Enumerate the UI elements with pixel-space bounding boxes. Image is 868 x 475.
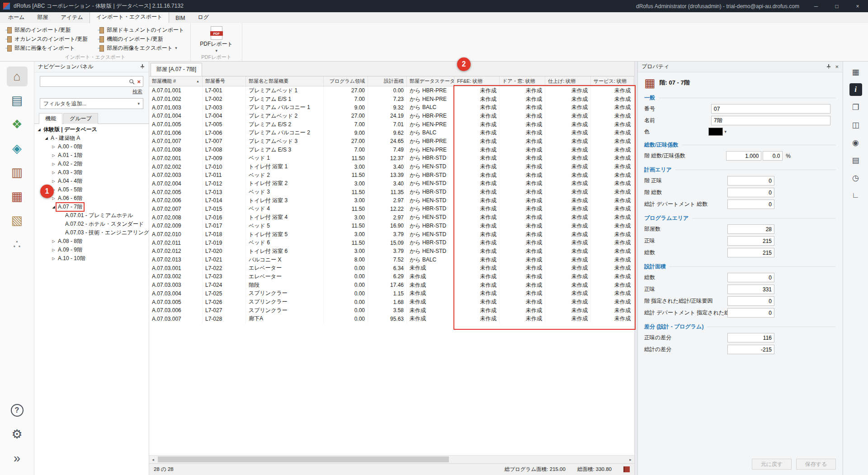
table-row[interactable]: A.07.01.003L7-003プレミアム バルコニー 19.009.32から… (149, 103, 634, 112)
tree-item[interactable]: ▷A.09 - 9階 (34, 246, 149, 254)
property-input[interactable] (727, 296, 774, 306)
nav-tab[interactable]: グループ (63, 113, 98, 124)
property-input[interactable] (727, 248, 774, 257)
close-button[interactable]: × (847, 0, 868, 12)
property-input[interactable] (711, 104, 830, 114)
table-row[interactable]: A.07.02.013L7-021バルコニー X8.007.52から BALC未… (149, 256, 634, 264)
table-panel-icon[interactable]: ▦ (849, 66, 862, 78)
tree-item[interactable]: ▷A.01 - 1階 (34, 151, 149, 160)
history-panel-icon[interactable]: ◷ (849, 171, 862, 184)
scroll-right-icon[interactable]: ▸ (627, 457, 634, 462)
table-row[interactable]: A.07.01.008L7-008プレミアム E/S 37.007.49から H… (149, 146, 634, 154)
table-row[interactable]: A.07.01.002L7-002プレミアム E/S 17.007.23から H… (149, 95, 634, 104)
table-row[interactable]: A.07.02.011L7-019ベッド 611.5015.09から HBR-S… (149, 238, 634, 247)
table-row[interactable]: A.07.03.001L7-022エレベーター0.006.34未作成未作成未作成… (149, 264, 634, 272)
horizontal-scrollbar[interactable]: ◂ ▸ (149, 455, 634, 463)
property-input[interactable] (763, 151, 783, 161)
tree-item[interactable]: ◢A - 建築物 A (34, 134, 149, 142)
expander-expanded-icon[interactable]: ◢ (51, 205, 57, 209)
table-row[interactable]: A.07.02.010L7-018トイレ付 浴室 53.003.79から HEN… (149, 230, 634, 239)
items-icon[interactable]: ❖ (7, 114, 28, 134)
save-button[interactable]: 保存する (796, 459, 836, 470)
property-input[interactable] (727, 176, 774, 185)
search-input[interactable] (42, 78, 129, 85)
expander-collapsed-icon[interactable]: ▷ (51, 162, 57, 166)
property-input[interactable] (727, 200, 774, 209)
tree-item[interactable]: ◢A.07 - 7階 (34, 203, 149, 211)
ribbon-button[interactable]: オカレンスのインポート/更新 (4, 34, 90, 43)
close-icon[interactable]: × (835, 63, 839, 70)
table-row[interactable]: A.07.03.006L7-027スプリンクラー0.003.58未作成未作成未作… (149, 306, 634, 315)
property-input[interactable] (727, 236, 774, 246)
table-row[interactable]: A.07.03.003L7-024階段0.0017.46未作成未作成未作成未作成… (149, 281, 634, 290)
models-icon[interactable]: ◈ (7, 138, 28, 158)
copy-panel-icon[interactable]: ❐ (849, 101, 862, 114)
table-row[interactable]: A.07.01.005L7-005プレミアム E/S 27.007.01から H… (149, 120, 634, 129)
column-header[interactable]: 設計面積 (368, 76, 407, 86)
table-row[interactable]: A.07.02.009L7-017ベッド 511.5016.90から HBR-S… (149, 222, 634, 230)
property-input[interactable] (727, 345, 774, 354)
property-input[interactable] (726, 151, 761, 161)
expander-collapsed-icon[interactable]: ▷ (51, 248, 57, 252)
search-link[interactable]: 検索 (132, 89, 142, 94)
expander-collapsed-icon[interactable]: ▷ (51, 256, 57, 261)
scroll-left-icon[interactable]: ◂ (149, 457, 157, 462)
expander-expanded-icon[interactable]: ◢ (36, 128, 42, 132)
color-picker[interactable]: ▾ (708, 128, 726, 136)
ribbon-button[interactable]: 部屋に画像をインポート (4, 43, 90, 52)
column-header[interactable]: 部屋機能 #▲ (149, 76, 203, 86)
menu-tab[interactable]: アイテム (55, 12, 90, 23)
pin-icon[interactable] (140, 64, 145, 69)
expander-collapsed-icon[interactable]: ▷ (51, 145, 57, 149)
menu-tab[interactable]: 部屋 (31, 12, 55, 23)
expand-panel-icon[interactable]: » (7, 448, 28, 468)
expander-collapsed-icon[interactable]: ▷ (51, 153, 57, 157)
tree-item[interactable]: A.07.03 - 技術・エンジニアリング (34, 228, 149, 237)
property-input[interactable] (727, 333, 774, 342)
menu-tab[interactable]: ログ (192, 12, 216, 23)
table-row[interactable]: A.07.02.001L7-009ベッド 111.5012.37から HBR-S… (149, 154, 634, 163)
ribbon-button[interactable]: 機能のインポート/更新 (96, 34, 186, 43)
table-row[interactable]: A.07.02.012L7-020トイレ付 浴室 63.003.79から HEN… (149, 247, 634, 256)
table-row[interactable]: A.07.02.002L7-010トイレ付 浴室 13.003.40から HEN… (149, 162, 634, 171)
undo-button[interactable]: 元に戻す (752, 459, 792, 470)
pdf-report-button[interactable]: PDF PDFレポート ▾ (197, 25, 236, 54)
tree-item[interactable]: ▷A.02 - 2階 (34, 160, 149, 168)
table-row[interactable]: A.07.01.001L7-001プレミアムベッド 127.000.00から H… (149, 86, 634, 95)
measure-panel-icon[interactable]: ∟ (849, 189, 862, 202)
column-header[interactable]: FF&E: 状態 (454, 76, 500, 86)
documents-icon[interactable]: ▧ (7, 210, 28, 230)
search-icon[interactable] (129, 79, 135, 85)
document-panel-icon[interactable]: ▤ (849, 154, 862, 166)
camera-panel-icon[interactable]: ◉ (849, 136, 862, 149)
property-input[interactable] (727, 308, 774, 318)
tree-item[interactable]: ▷A.10 - 10階 (34, 254, 149, 263)
table-row[interactable]: A.07.02.007L7-015ベッド 411.5012.22から HBR-S… (149, 205, 634, 214)
column-header[interactable]: 仕上げ: 状態 (545, 76, 591, 86)
table-row[interactable]: A.07.02.004L7-012トイレ付 浴室 23.003.40から HEN… (149, 180, 634, 188)
expander-collapsed-icon[interactable]: ▷ (51, 171, 57, 175)
expander-collapsed-icon[interactable]: ▷ (51, 239, 57, 243)
building-icon[interactable]: ▦ (7, 186, 28, 206)
tree-item[interactable]: ▷A.08 - 8階 (34, 237, 149, 246)
nav-tab[interactable]: 機能 (39, 113, 62, 124)
tree-item[interactable]: A.07.02 - ホテル・スタンダード (34, 220, 149, 228)
tree-item[interactable]: A.07.01 - プレミアムホテル (34, 211, 149, 220)
table-row[interactable]: A.07.02.005L7-013ベッド 311.5011.35から HBR-S… (149, 188, 634, 196)
ribbon-button[interactable]: 部屋ドキュメントのインポート (96, 25, 186, 34)
column-header[interactable]: 部屋名と部屋概要 (246, 76, 324, 86)
room-list-tab[interactable]: 部屋 [A.07 - 7階] (151, 63, 202, 76)
property-input[interactable] (711, 116, 830, 125)
property-input[interactable] (727, 273, 774, 282)
column-header[interactable]: 部屋データステータス (407, 76, 454, 86)
column-header[interactable]: 部屋番号 (203, 76, 246, 86)
table-row[interactable]: A.07.02.008L7-016トイレ付 浴室 43.002.97から HEN… (149, 213, 634, 222)
scrollbar-track[interactable] (157, 456, 627, 463)
pin-icon[interactable] (826, 64, 831, 69)
table-row[interactable]: A.07.01.007L7-007プレミアムベッド 327.0024.65から … (149, 137, 634, 146)
property-input[interactable] (727, 188, 774, 197)
menu-tab[interactable]: インポート・エクスポート (90, 11, 170, 23)
expander-collapsed-icon[interactable]: ▷ (51, 179, 57, 183)
expander-collapsed-icon[interactable]: ▷ (51, 196, 57, 200)
column-header[interactable]: プログラム領域 (324, 76, 368, 86)
